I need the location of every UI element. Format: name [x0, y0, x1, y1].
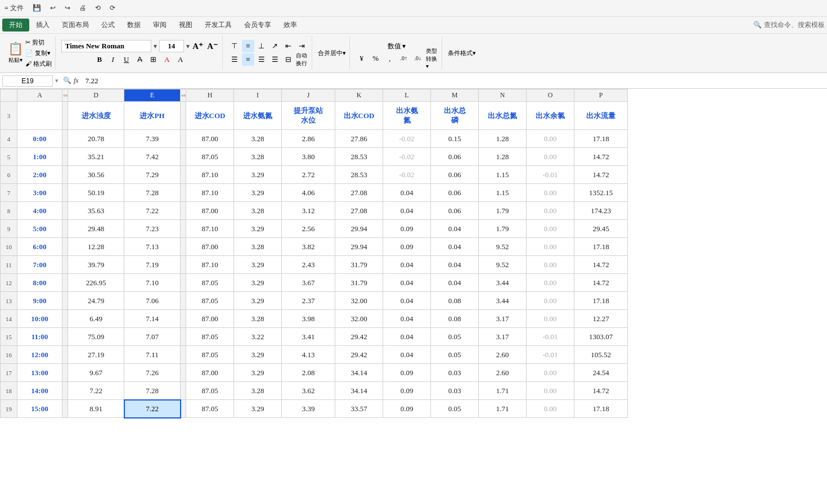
cell-O[interactable]: 0.00	[527, 148, 574, 166]
col-header-O[interactable]: O	[527, 89, 574, 102]
cell-M[interactable]: 0.15	[431, 130, 479, 148]
col-header-E[interactable]: E	[124, 89, 181, 102]
col-header-I[interactable]: I	[234, 89, 282, 102]
col-header-L[interactable]: L	[383, 89, 431, 102]
format-painter-btn[interactable]: 🖌 格式刷	[25, 60, 52, 68]
cell-M[interactable]: 0.03	[431, 364, 479, 382]
cell-M[interactable]: 0.06	[431, 166, 479, 184]
cell-O[interactable]: -0.01	[527, 166, 574, 184]
cell-D[interactable]: 29.48	[68, 220, 124, 238]
cell-J[interactable]: 3.80	[282, 148, 335, 166]
strikethrough-btn[interactable]: A̶	[134, 53, 146, 66]
cell-K[interactable]: 27.08	[335, 202, 383, 220]
cell-P[interactable]: 17.18	[574, 292, 628, 310]
cell-E[interactable]: 7.13	[124, 238, 181, 256]
cell-H[interactable]: 87.05	[186, 328, 234, 346]
cell-N[interactable]: 1.79	[479, 202, 527, 220]
cell-O[interactable]: 0.00	[527, 274, 574, 292]
cell-K[interactable]: 27.08	[335, 184, 383, 202]
decrease-decimal-btn[interactable]: .0↓	[412, 52, 424, 65]
menu-icon[interactable]: ≡ 文件	[5, 3, 24, 13]
cell-O[interactable]: 0.00	[527, 292, 574, 310]
cell-H[interactable]: 87.05	[186, 292, 234, 310]
cell-K[interactable]: 29.42	[335, 346, 383, 364]
cell-H[interactable]: 87.00	[186, 310, 234, 328]
cell-M[interactable]: 0.08	[431, 292, 479, 310]
cell-K[interactable]: 29.94	[335, 220, 383, 238]
cell-I[interactable]: 3.29	[234, 166, 282, 184]
cell-J[interactable]: 2.43	[282, 256, 335, 274]
tab-data[interactable]: 数据	[122, 18, 146, 32]
col-expander-2[interactable]: ⇔	[181, 89, 186, 102]
cell-D[interactable]: 12.28	[68, 238, 124, 256]
col-expander-1[interactable]: ⇔	[62, 89, 68, 102]
time-cell[interactable]: 15:00	[17, 400, 62, 418]
cell-L[interactable]: 0.04	[383, 202, 431, 220]
cell-N[interactable]: 1.28	[479, 148, 527, 166]
cell-I[interactable]: 3.29	[234, 364, 282, 382]
increase-font-btn[interactable]: A⁺	[192, 40, 204, 52]
cell-E[interactable]: 7.22	[124, 400, 181, 418]
col-header-K[interactable]: K	[335, 89, 383, 102]
tab-formula[interactable]: 公式	[96, 18, 120, 32]
cell-reference[interactable]	[2, 75, 53, 87]
header-J[interactable]: 提升泵站水位	[282, 102, 335, 130]
cell-H[interactable]: 87.05	[186, 274, 234, 292]
cell-P[interactable]: 14.72	[574, 382, 628, 400]
cell-K[interactable]: 29.94	[335, 238, 383, 256]
cell-E[interactable]: 7.26	[124, 364, 181, 382]
bold-btn[interactable]: B	[93, 53, 106, 66]
cell-M[interactable]: 0.04	[431, 238, 479, 256]
time-cell[interactable]: 13:00	[17, 364, 62, 382]
redo-btn[interactable]: ↪	[65, 4, 70, 12]
cell-D[interactable]: 6.49	[68, 310, 124, 328]
cell-L[interactable]: 0.04	[383, 328, 431, 346]
tab-member[interactable]: 会员专享	[239, 18, 277, 32]
header-I[interactable]: 进水氨氮	[234, 102, 282, 130]
increase-decimal-btn[interactable]: .0↑	[398, 52, 410, 65]
font-size-input[interactable]: 14	[159, 40, 184, 52]
cell-J[interactable]: 3.98	[282, 310, 335, 328]
cell-J[interactable]: 3.12	[282, 202, 335, 220]
col-header-A[interactable]: A	[17, 89, 62, 102]
time-cell[interactable]: 9:00	[17, 292, 62, 310]
cell-O[interactable]: 0.00	[527, 220, 574, 238]
align-center-btn[interactable]: ≡	[242, 53, 254, 66]
cell-O[interactable]: -0.01	[527, 328, 574, 346]
cell-E[interactable]: 7.11	[124, 346, 181, 364]
cell-N[interactable]: 9.52	[479, 256, 527, 274]
print-btn[interactable]: 🖨	[79, 4, 86, 12]
cell-D[interactable]: 35.21	[68, 148, 124, 166]
cell-N[interactable]: 1.28	[479, 130, 527, 148]
cell-N[interactable]: 1.71	[479, 400, 527, 418]
cell-P[interactable]: 174.23	[574, 202, 628, 220]
tab-dev[interactable]: 开发工具	[199, 18, 237, 32]
cell-J[interactable]: 2.72	[282, 166, 335, 184]
undo2-btn[interactable]: ⟲	[95, 4, 101, 12]
cell-H[interactable]: 87.00	[186, 238, 234, 256]
col-header-M[interactable]: M	[431, 89, 479, 102]
cell-N[interactable]: 1.15	[479, 166, 527, 184]
cell-M[interactable]: 0.05	[431, 328, 479, 346]
cell-I[interactable]: 3.29	[234, 346, 282, 364]
wrap-text-btn[interactable]: 自动换行	[296, 53, 308, 66]
cell-E[interactable]: 7.07	[124, 328, 181, 346]
cell-O[interactable]: 0.00	[527, 202, 574, 220]
cell-N[interactable]: 1.15	[479, 184, 527, 202]
cell-P[interactable]: 17.18	[574, 130, 628, 148]
cell-I[interactable]: 3.28	[234, 202, 282, 220]
rotate-text-btn[interactable]: ↗	[269, 40, 281, 52]
time-cell[interactable]: 12:00	[17, 346, 62, 364]
cell-I[interactable]: 3.28	[234, 382, 282, 400]
cell-I[interactable]: 3.28	[234, 130, 282, 148]
font-color-btn[interactable]: A	[174, 53, 187, 66]
cell-J[interactable]: 2.86	[282, 130, 335, 148]
cell-K[interactable]: 27.86	[335, 130, 383, 148]
cell-I[interactable]: 3.29	[234, 400, 282, 418]
cell-E[interactable]: 7.22	[124, 202, 181, 220]
cell-H[interactable]: 87.10	[186, 220, 234, 238]
cell-L[interactable]: 0.04	[383, 310, 431, 328]
align-middle-btn[interactable]: ≡	[242, 40, 254, 52]
header-O[interactable]: 出水余氯	[527, 102, 574, 130]
cell-E[interactable]: 7.19	[124, 256, 181, 274]
